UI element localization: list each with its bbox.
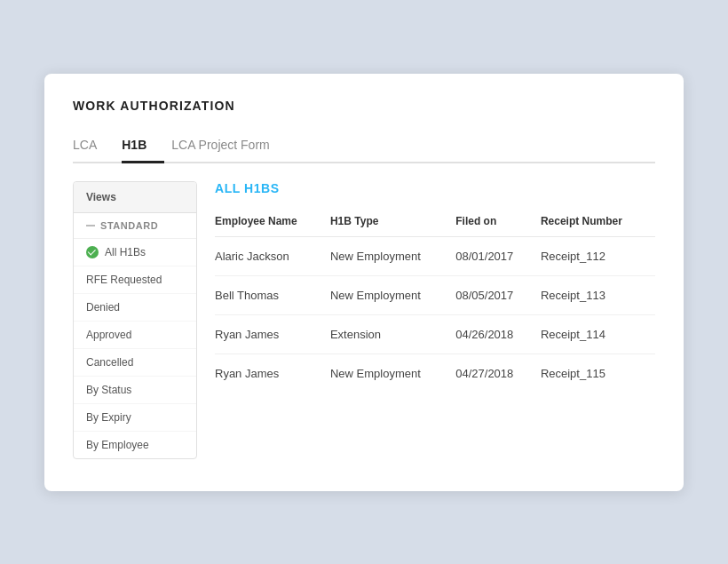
table-header-row: Employee Name H1B Type Filed on Receipt …: [215, 210, 655, 237]
sidebar-header: Views: [74, 182, 196, 213]
table-row[interactable]: Alaric JacksonNew Employment08/01/2017Re…: [215, 236, 655, 275]
cell-filed-on: 04/26/2018: [455, 314, 541, 353]
col-header-employee-name: Employee Name: [215, 210, 330, 237]
tab-bar: LCA H1B LCA Project Form: [73, 131, 655, 163]
dash-icon: [86, 225, 95, 226]
sidebar-item-by-employee[interactable]: By Employee: [74, 432, 196, 458]
col-header-receipt-number: Receipt Number: [541, 210, 655, 237]
table-row[interactable]: Bell ThomasNew Employment08/05/2017Recei…: [215, 275, 655, 314]
main-card: WORK AUTHORIZATION LCA H1B LCA Project F…: [44, 74, 684, 491]
tab-h1b[interactable]: H1B: [122, 131, 164, 163]
sidebar-item-denied[interactable]: Denied: [74, 294, 196, 322]
tab-lca-project-form[interactable]: LCA Project Form: [171, 131, 287, 163]
content-area: Views STANDARD All H1Bs RFE Requested De…: [73, 181, 655, 459]
sidebar-item-by-status[interactable]: By Status: [74, 377, 196, 404]
tab-lca[interactable]: LCA: [73, 131, 115, 163]
sidebar-item-approved[interactable]: Approved: [74, 322, 196, 349]
cell-receipt-number: Receipt_115: [541, 353, 655, 393]
cell-employee-name: Alaric Jackson: [215, 236, 330, 275]
cell-h1b-type: New Employment: [330, 353, 455, 393]
cell-employee-name: Bell Thomas: [215, 275, 330, 314]
cell-h1b-type: New Employment: [330, 275, 455, 314]
cell-receipt-number: Receipt_114: [541, 314, 655, 353]
cell-receipt-number: Receipt_113: [541, 275, 655, 314]
cell-filed-on: 08/01/2017: [455, 236, 541, 275]
section-title: ALL H1BS: [215, 181, 655, 195]
col-header-filed-on: Filed on: [455, 210, 541, 237]
main-content: ALL H1BS Employee Name H1B Type Filed on…: [215, 181, 655, 459]
page-title: WORK AUTHORIZATION: [73, 99, 655, 113]
sidebar-item-by-expiry[interactable]: By Expiry: [74, 404, 196, 432]
sidebar-item-rfe-requested[interactable]: RFE Requested: [74, 266, 196, 294]
cell-filed-on: 04/27/2018: [455, 353, 541, 393]
sidebar-standard-label: STANDARD: [74, 213, 196, 239]
sidebar-item-all-h1bs[interactable]: All H1Bs: [74, 239, 196, 266]
table-row[interactable]: Ryan JamesExtension04/26/2018Receipt_114: [215, 314, 655, 353]
h1b-table: Employee Name H1B Type Filed on Receipt …: [215, 210, 655, 393]
table-row[interactable]: Ryan JamesNew Employment04/27/2018Receip…: [215, 353, 655, 393]
col-header-h1b-type: H1B Type: [330, 210, 455, 237]
cell-h1b-type: Extension: [330, 314, 455, 353]
sidebar: Views STANDARD All H1Bs RFE Requested De…: [73, 181, 197, 459]
cell-filed-on: 08/05/2017: [455, 275, 541, 314]
cell-h1b-type: New Employment: [330, 236, 455, 275]
cell-receipt-number: Receipt_112: [541, 236, 655, 275]
cell-employee-name: Ryan James: [215, 314, 330, 353]
sidebar-item-cancelled[interactable]: Cancelled: [74, 349, 196, 377]
check-icon: [86, 246, 99, 258]
cell-employee-name: Ryan James: [215, 353, 330, 393]
